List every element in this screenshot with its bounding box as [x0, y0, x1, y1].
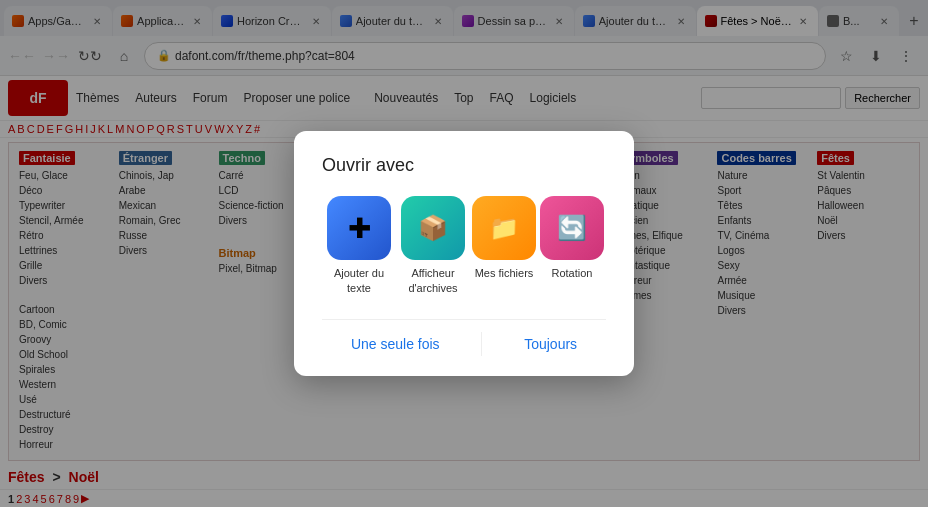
- app-icon-files: 📁: [472, 196, 536, 260]
- dialog-app-files[interactable]: 📁 Mes fichiers: [472, 196, 536, 295]
- rotation-icon: 🔄: [557, 214, 587, 242]
- dialog-footer-separator: [481, 332, 482, 356]
- modal-overlay[interactable]: Ouvrir avec ✚ Ajouter du texte 📦 Affiche…: [0, 0, 928, 507]
- dialog-footer: Une seule fois Toujours: [322, 319, 606, 356]
- app-name-files: Mes fichiers: [475, 266, 534, 280]
- open-with-dialog: Ouvrir avec ✚ Ajouter du texte 📦 Affiche…: [294, 131, 634, 376]
- archives-icon: 📦: [418, 214, 448, 242]
- files-icon: 📁: [489, 214, 519, 242]
- once-button[interactable]: Une seule fois: [335, 332, 456, 356]
- addtext-icon: ✚: [348, 212, 371, 245]
- app-icon-rotation: 🔄: [540, 196, 604, 260]
- dialog-app-archives[interactable]: 📦 Afficheur d'archives: [398, 196, 468, 295]
- app-icon-addtext: ✚: [327, 196, 391, 260]
- app-name-archives: Afficheur d'archives: [398, 266, 468, 295]
- app-name-addtext: Ajouter du texte: [324, 266, 394, 295]
- dialog-app-rotation[interactable]: 🔄 Rotation: [540, 196, 604, 295]
- always-button[interactable]: Toujours: [508, 332, 593, 356]
- dialog-app-addtext[interactable]: ✚ Ajouter du texte: [324, 196, 394, 295]
- dialog-apps: ✚ Ajouter du texte 📦 Afficheur d'archive…: [322, 196, 606, 295]
- app-name-rotation: Rotation: [552, 266, 593, 280]
- app-icon-archives: 📦: [401, 196, 465, 260]
- dialog-title: Ouvrir avec: [322, 155, 606, 176]
